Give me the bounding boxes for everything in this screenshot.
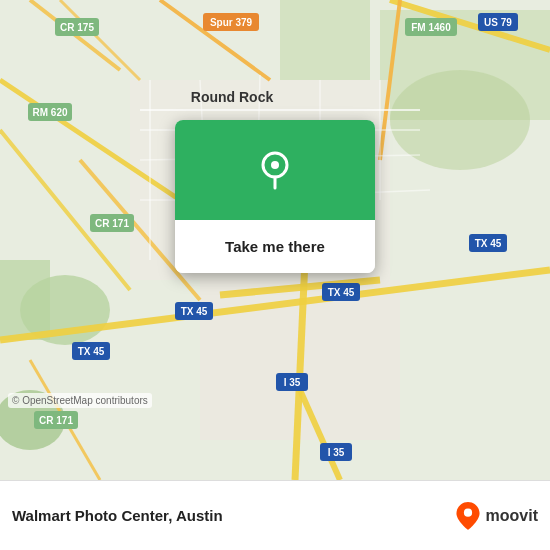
svg-text:TX 45: TX 45	[475, 238, 502, 249]
moovit-pin-icon	[454, 502, 482, 530]
bottom-bar: Walmart Photo Center, Austin moovit	[0, 480, 550, 550]
svg-text:I 35: I 35	[328, 447, 345, 458]
svg-point-62	[463, 508, 471, 516]
svg-text:Round Rock: Round Rock	[191, 89, 274, 105]
location-info: Walmart Photo Center, Austin	[12, 507, 454, 524]
svg-text:FM 1460: FM 1460	[411, 22, 451, 33]
svg-text:CR 171: CR 171	[39, 415, 73, 426]
svg-point-60	[271, 161, 279, 169]
map-container: CR 175 Spur 379 FM 1460 US 79 RM 620 Rou…	[0, 0, 550, 480]
svg-text:TX 45: TX 45	[78, 346, 105, 357]
svg-text:CR 171: CR 171	[95, 218, 129, 229]
svg-text:RM 620: RM 620	[32, 107, 67, 118]
svg-text:US 79: US 79	[484, 17, 512, 28]
location-pin-icon	[253, 148, 297, 192]
moovit-brand-text: moovit	[486, 507, 538, 525]
svg-text:TX 45: TX 45	[328, 287, 355, 298]
take-me-there-button[interactable]: Take me there	[191, 230, 359, 263]
popup-bottom: Take me there	[175, 220, 375, 273]
location-name: Walmart Photo Center, Austin	[12, 507, 454, 524]
popup-card: Take me there	[175, 120, 375, 273]
svg-rect-2	[0, 260, 50, 340]
svg-text:Spur 379: Spur 379	[210, 17, 253, 28]
popup-top	[175, 120, 375, 220]
map-attribution: © OpenStreetMap contributors	[8, 393, 152, 408]
svg-text:CR 175: CR 175	[60, 22, 94, 33]
svg-text:TX 45: TX 45	[181, 306, 208, 317]
moovit-logo: moovit	[454, 502, 538, 530]
svg-rect-4	[280, 0, 370, 80]
svg-text:I 35: I 35	[284, 377, 301, 388]
